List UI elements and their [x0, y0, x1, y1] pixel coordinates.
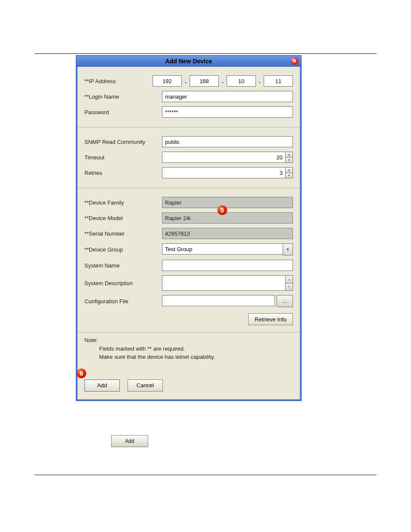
dropdown-icon[interactable]: ▼: [283, 243, 293, 255]
retries-label: Retries: [84, 170, 162, 176]
serial-number-field: [162, 228, 293, 239]
inline-add-button: Add: [111, 435, 148, 447]
retries-field[interactable]: [162, 167, 285, 178]
note-line-2: Make sure that the device has telnet cap…: [99, 353, 293, 361]
login-name-label: **Login Name: [84, 93, 162, 100]
dialog-title: Add New Device: [165, 58, 212, 65]
ip-address-label: **IP Address: [84, 78, 153, 84]
cancel-button[interactable]: Cancel: [128, 380, 163, 392]
dialog-titlebar: Add New Device ✕: [76, 56, 301, 67]
configuration-file-label: Configuration File: [84, 298, 162, 305]
device-group-field[interactable]: [162, 243, 283, 255]
add-device-dialog: Add New Device ✕ **IP Address . . .: [76, 55, 302, 401]
snmp-community-label: SNMP Read Community: [84, 139, 162, 145]
ip-octet-3[interactable]: [227, 75, 256, 87]
ip-octet-1[interactable]: [153, 75, 182, 87]
timeout-down-icon[interactable]: ▼: [285, 158, 293, 163]
timeout-label: Timeout: [84, 154, 162, 161]
snmp-community-field[interactable]: [162, 136, 293, 147]
connection-section: **IP Address . . . **Login Name: [78, 67, 300, 127]
browse-button[interactable]: ...: [277, 295, 293, 307]
bottom-divider: [34, 475, 377, 475]
timeout-up-icon[interactable]: ▲: [285, 152, 293, 158]
system-description-field[interactable]: [162, 275, 285, 291]
top-divider: [34, 53, 377, 54]
scroll-up-icon[interactable]: ▲: [285, 275, 293, 283]
ip-dot: .: [184, 78, 187, 84]
callout-badge-6: 6: [77, 369, 86, 378]
retries-down-icon[interactable]: ▼: [285, 173, 293, 179]
device-model-field: [162, 212, 293, 224]
add-button[interactable]: Add: [84, 380, 120, 392]
note-line-1: Fields marked with ** are required.: [99, 345, 293, 353]
ip-octet-4[interactable]: [264, 75, 293, 87]
device-info-section: **Device Family **Device Model **Serial …: [78, 188, 300, 332]
retrieve-info-button[interactable]: Retrieve Info: [248, 313, 293, 325]
device-family-field: [162, 197, 293, 208]
configuration-file-field[interactable]: [162, 295, 275, 306]
callout-badge-5: 5: [218, 205, 227, 215]
device-group-label: **Device Group: [84, 246, 162, 253]
device-model-label: **Device Model: [84, 215, 162, 221]
note-heading: Note:: [84, 337, 293, 343]
ip-octet-2[interactable]: [190, 75, 219, 87]
system-name-field[interactable]: [162, 260, 293, 271]
ip-dot: .: [258, 78, 261, 84]
page: Add New Device ✕ **IP Address . . .: [0, 0, 411, 532]
password-field[interactable]: [162, 106, 293, 118]
serial-number-label: **Serial Number: [84, 230, 162, 237]
device-family-label: **Device Family: [84, 199, 162, 206]
scroll-down-icon[interactable]: ▼: [285, 283, 293, 291]
login-name-field[interactable]: [162, 91, 293, 102]
snmp-section: SNMP Read Community Timeout ▲ ▼: [78, 127, 300, 188]
password-label: Password: [84, 109, 162, 115]
note-section: Note: Fields marked with ** are required…: [78, 332, 300, 399]
close-icon[interactable]: ✕: [291, 57, 299, 65]
timeout-field[interactable]: [162, 152, 285, 163]
dialog-body: **IP Address . . . **Login Name: [76, 67, 301, 401]
retries-up-icon[interactable]: ▲: [285, 167, 293, 173]
ip-address-field: . . .: [153, 75, 293, 87]
system-name-label: System Name: [84, 262, 162, 269]
system-description-label: System Description: [84, 280, 162, 286]
ip-dot: .: [221, 78, 224, 84]
